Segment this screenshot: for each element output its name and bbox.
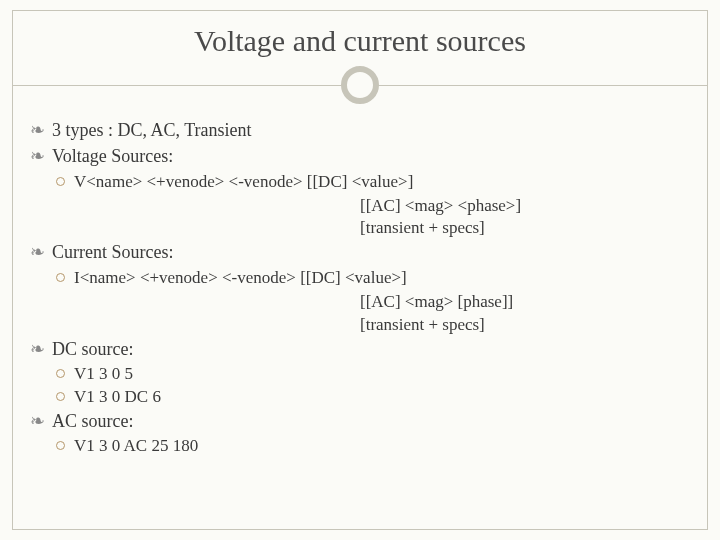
bullet-types-text: 3 types : DC, AC, Transient — [52, 120, 252, 140]
ac-ex1-text: V1 3 0 AC 25 180 — [74, 436, 198, 455]
bullet-types: ❧3 types : DC, AC, Transient — [30, 118, 690, 142]
current-syntax-line: I<name> <+venode> <-venode> [[DC] <value… — [56, 267, 690, 290]
dc-heading-text: DC source: — [52, 339, 133, 359]
dc-ex1-text: V1 3 0 5 — [74, 364, 133, 383]
voltage-syntax-line: V<name> <+venode> <-venode> [[DC] <value… — [56, 171, 690, 194]
dc-example-1: V1 3 0 5 — [56, 363, 690, 386]
slide-content: ❧3 types : DC, AC, Transient ❧Voltage So… — [30, 118, 690, 458]
hand-bullet-icon: ❧ — [30, 240, 52, 264]
current-syntax-c: [transient + specs] — [360, 314, 690, 337]
circle-bullet-icon — [56, 171, 74, 194]
voltage-heading-text: Voltage Sources: — [52, 146, 173, 166]
hand-bullet-icon: ❧ — [30, 409, 52, 433]
circle-bullet-icon — [56, 435, 74, 458]
voltage-syntax-b: [[AC] <mag> <phase>] — [360, 195, 690, 218]
ac-heading-text: AC source: — [52, 411, 133, 431]
dc-example-2: V1 3 0 DC 6 — [56, 386, 690, 409]
hand-bullet-icon: ❧ — [30, 118, 52, 142]
current-syntax-a: I<name> <+venode> <-venode> [[DC] <value… — [74, 268, 407, 287]
bullet-dc-heading: ❧DC source: — [30, 337, 690, 361]
ac-example-1: V1 3 0 AC 25 180 — [56, 435, 690, 458]
slide-title: Voltage and current sources — [0, 24, 720, 58]
bullet-ac-heading: ❧AC source: — [30, 409, 690, 433]
dc-ex2-text: V1 3 0 DC 6 — [74, 387, 161, 406]
circle-bullet-icon — [56, 386, 74, 409]
voltage-syntax-a: V<name> <+venode> <-venode> [[DC] <value… — [74, 172, 413, 191]
title-ring-icon — [341, 66, 379, 104]
current-heading-text: Current Sources: — [52, 242, 173, 262]
circle-bullet-icon — [56, 363, 74, 386]
bullet-current-heading: ❧Current Sources: — [30, 240, 690, 264]
hand-bullet-icon: ❧ — [30, 144, 52, 168]
bullet-voltage-heading: ❧Voltage Sources: — [30, 144, 690, 168]
voltage-syntax-c: [transient + specs] — [360, 217, 690, 240]
circle-bullet-icon — [56, 267, 74, 290]
slide: Voltage and current sources ❧3 types : D… — [0, 0, 720, 540]
current-syntax-b: [[AC] <mag> [phase]] — [360, 291, 690, 314]
hand-bullet-icon: ❧ — [30, 337, 52, 361]
